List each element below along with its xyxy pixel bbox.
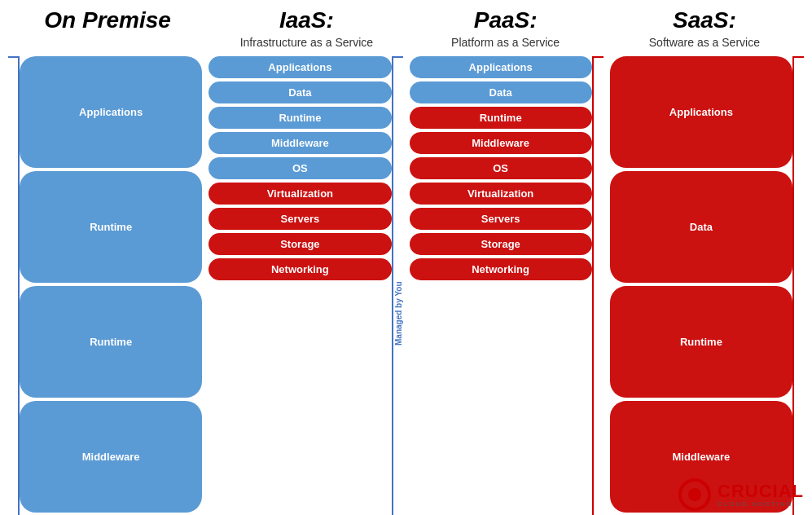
column-on-premise: Managed by You Applications Runtime Runt…: [8, 56, 202, 515]
column-paas: Applications Data Runtime Middleware OS …: [410, 56, 604, 515]
pill-networking-1: Networking: [208, 258, 391, 280]
pill-runtime-1: Runtime: [208, 107, 391, 129]
iaas-managed-by-you-label: Managed by You: [392, 56, 403, 515]
pill-virtualization-2: Virtualization: [410, 183, 592, 205]
header-iaas: IaaS: Infrastructure as a Service: [207, 8, 406, 50]
on-premise-left-label: Managed by You: [8, 56, 20, 515]
crucial-circle-icon: [678, 478, 711, 511]
pill-os-2: OS: [410, 157, 592, 179]
saas-title: SaaS:: [609, 8, 800, 33]
main-container: On Premise IaaS: Infrastructure as a Ser…: [0, 0, 812, 515]
pill-servers-1: Servers: [208, 208, 391, 230]
crucial-logo: CRUCIAL CLOUD HOSTING: [678, 478, 804, 511]
column-iaas: Applications Data Runtime Middleware OS …: [208, 56, 402, 515]
pill-runtime-0b: Runtime: [20, 286, 202, 398]
pill-applications-3: Applications: [610, 56, 792, 168]
pill-data-1: Data: [208, 81, 391, 103]
header-on-premise: On Premise: [8, 8, 207, 50]
pill-applications-1: Applications: [208, 56, 391, 78]
columns-row: Managed by You Applications Runtime Runt…: [8, 56, 804, 515]
saas-subtitle: Software as a Service: [609, 35, 800, 50]
iaas-blue-segment: Applications Data Runtime Middleware OS: [208, 56, 391, 179]
paas-red-segment: Runtime Middleware OS Virtualization Ser…: [410, 107, 592, 280]
crucial-text-block: CRUCIAL CLOUD HOSTING: [718, 482, 804, 508]
pill-data-3: Data: [610, 171, 792, 283]
headers-row: On Premise IaaS: Infrastructure as a Ser…: [8, 8, 804, 50]
on-premise-title: On Premise: [12, 8, 203, 33]
iaas-title: IaaS:: [211, 8, 402, 33]
pill-applications-2: Applications: [410, 56, 592, 78]
header-paas: PaaS: Platform as a Service: [406, 8, 605, 50]
paas-pills: Applications Data Runtime Middleware OS …: [410, 56, 592, 515]
header-saas: SaaS: Software as a Service: [605, 8, 804, 50]
on-premise-pills: Applications Runtime Runtime Middleware …: [20, 56, 202, 515]
saas-pills: Applications Data Runtime Middleware OS …: [610, 56, 792, 515]
crucial-sub-text: CLOUD HOSTING: [718, 500, 793, 508]
pill-applications-0: Applications: [20, 56, 202, 168]
pill-middleware-1: Middleware: [208, 132, 391, 154]
pill-virtualization-1: Virtualization: [208, 183, 391, 205]
saas-managed-by-vendor-label: Managed by Vendor: [792, 56, 804, 515]
crucial-circle-inner: [688, 488, 701, 501]
bottom-bar: CRUCIAL CLOUD HOSTING: [649, 474, 812, 515]
pill-data-2: Data: [410, 81, 592, 103]
pill-runtime-0a: Runtime: [20, 171, 202, 283]
column-saas: Applications Data Runtime Middleware OS …: [610, 56, 804, 515]
paas-managed-by-vendor-label: Managed by Vendor: [592, 56, 604, 515]
paas-blue-segment: Applications Data: [410, 56, 592, 103]
pill-servers-2: Servers: [410, 208, 592, 230]
paas-title: PaaS:: [410, 8, 601, 33]
pill-middleware-0: Middleware: [20, 401, 202, 513]
pill-middleware-2: Middleware: [410, 132, 592, 154]
pill-networking-2: Networking: [410, 258, 592, 280]
iaas-pills: Applications Data Runtime Middleware OS …: [208, 56, 391, 515]
iaas-red-segment: Virtualization Servers Storage Networkin…: [208, 183, 391, 280]
paas-subtitle: Platform as a Service: [410, 35, 601, 50]
pill-runtime-2: Runtime: [410, 107, 592, 129]
crucial-brand-text: CRUCIAL: [718, 482, 804, 500]
pill-os-1: OS: [208, 157, 391, 179]
iaas-subtitle: Infrastructure as a Service: [211, 35, 402, 50]
pill-storage-2: Storage: [410, 233, 592, 255]
pill-storage-1: Storage: [208, 233, 391, 255]
pill-runtime-3: Runtime: [610, 286, 792, 398]
